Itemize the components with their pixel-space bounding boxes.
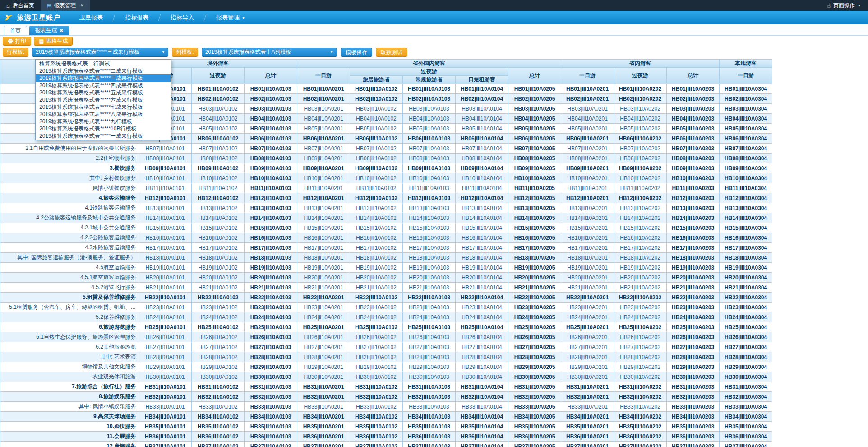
table-cell: HB31|Ⅲ10A0203: [667, 382, 720, 392]
fetch-test-button[interactable]: 取数测试: [376, 48, 407, 57]
table-cell: HB29|Ⅲ10A0304: [720, 362, 772, 372]
table-cell: HB29|Ⅱ10A0102: [192, 362, 245, 372]
dropdown-option[interactable]: 2019核算系统报表格式表*****三成果行模板: [36, 74, 171, 82]
template-save-button[interactable]: 模板保存: [341, 48, 372, 57]
table-cell: HB01|Ⅲ10A0103: [403, 84, 456, 94]
tab-home[interactable]: 首页: [4, 26, 27, 35]
table-cell: HB22|Ⅱ10A0101: [139, 293, 192, 303]
dropdown-option[interactable]: 2019核算系统报表格式表*****10B行模板: [36, 125, 171, 132]
table-cell: HB04|Ⅲ10A0202: [614, 114, 667, 124]
table-cell: HB03|Ⅱ10A0103: [245, 104, 297, 114]
table-cell: HB26|Ⅱ10A0101: [139, 332, 192, 342]
menu-item-satellite-reports[interactable]: 卫星报表: [69, 11, 114, 24]
table-cell: HB05|Ⅱ10A0103: [245, 124, 297, 134]
table-cell: HB12|Ⅲ10A0203: [667, 193, 720, 203]
app-window: ⌂ 后台首页 ▤ 报表管理 × ☝ 页面操作 ▼ 旅游卫星账户 卫星报表指标报表…: [0, 0, 868, 447]
table-cell: HB10|Ⅲ10A0102: [350, 173, 403, 183]
table-cell: HB18|Ⅲ10A0202: [614, 253, 667, 263]
col-template-value: 2019核算系统报表格式表十A列模板: [205, 48, 291, 56]
table-cell: HB09|Ⅲ10A0201: [561, 163, 614, 173]
menu-item-indicator-reports[interactable]: 指标报表: [114, 11, 159, 24]
column-header: 总计: [245, 68, 297, 84]
table-cell: HB24|Ⅲ10A0102: [350, 312, 403, 322]
backend-home-label: 后台首页: [13, 2, 34, 9]
table-cell: HB22|Ⅲ10A0203: [667, 293, 720, 303]
table-cell: HB32|Ⅲ10A0103: [403, 392, 456, 402]
table-cell: HB02|Ⅲ10A0104: [456, 94, 508, 104]
table-cell: HB15|Ⅲ10A0202: [614, 223, 667, 233]
fetch-test-label: 取数测试: [381, 50, 402, 55]
dropdown-option[interactable]: 核算系统报表格式表—行测试: [36, 60, 171, 67]
row-label: 4.旅客运输服务: [0, 193, 139, 203]
table-cell: HB15|Ⅱ10A0205: [508, 223, 561, 233]
table-cell: HB20|Ⅲ10A0304: [720, 273, 772, 283]
table-cell: HB08|Ⅲ10A0201: [561, 154, 614, 163]
table-cell: HB29|Ⅲ10A0202: [614, 362, 667, 372]
tab-report-management[interactable]: ▤ 报表管理 ×: [41, 0, 90, 11]
table-cell: HB07|Ⅲ10A0104: [456, 144, 508, 154]
table-cell: HB32|Ⅲ10A0104: [456, 392, 508, 402]
table-cell: HB36|Ⅱ10A0205: [508, 432, 561, 442]
table-cell: HB09|Ⅱ10A0201: [297, 163, 350, 173]
table-cell: HB04|Ⅲ10A0103: [403, 114, 456, 124]
dropdown-option[interactable]: 2019核算系统报表格式表*****七成果行模板: [36, 103, 171, 111]
table-row: 3.餐饮服务HB09|Ⅱ10A0101HB09|Ⅱ10A0102HB09|Ⅱ10…: [0, 163, 772, 173]
col-template-select[interactable]: 2019核算系统报表格式表十A列模板 ▼: [202, 48, 337, 57]
close-icon[interactable]: ×: [80, 2, 83, 9]
dropdown-option[interactable]: 2019核算系统报表格式表*****九行模板: [36, 118, 171, 125]
dropdown-option[interactable]: 2019核算系统报表格式表*****二成果行模板: [36, 67, 171, 74]
table-cell: HB10|Ⅱ10A0103: [245, 173, 297, 183]
dropdown-option[interactable]: 2019核算系统报表格式表*****四成果行模板: [36, 82, 171, 89]
table-cell: HB28|Ⅲ10A0304: [720, 352, 772, 362]
report-table-area: 项目名称单位: 万元境外游客省外国内游客省内游客本地游客一日游过夜游总计一日游过…: [0, 59, 868, 447]
table-cell: HB31|Ⅲ10A0304: [720, 382, 772, 392]
table-cell: HB25|Ⅲ10A0103: [403, 322, 456, 332]
menu-item-indicator-import[interactable]: 指标导入: [160, 11, 205, 24]
table-cell: HB05|Ⅱ10A0205: [508, 124, 561, 134]
tab-report-generate[interactable]: 报表生成 ✖: [29, 26, 69, 35]
table-cell: HB19|Ⅱ10A0102: [192, 263, 245, 273]
table-cell: HB13|Ⅲ10A0103: [403, 203, 456, 213]
table-cell: HB21|Ⅱ10A0103: [245, 283, 297, 293]
table-cell: HB17|Ⅱ10A0101: [139, 243, 192, 253]
row-template-select[interactable]: 2019核算系统报表格式表*****三成果行模板 ▼: [32, 48, 168, 57]
print-button[interactable]: 打印: [3, 37, 31, 46]
table-cell: HB08|Ⅲ10A0202: [614, 154, 667, 163]
table-cell: HB24|Ⅲ10A0103: [403, 312, 456, 322]
row-label: 农业观光休闲旅游: [0, 372, 139, 382]
dropdown-option[interactable]: 2019核算系统报表格式表*****六成果行模板: [36, 96, 171, 103]
table-cell: HB18|Ⅲ10A0102: [350, 253, 403, 263]
dropdown-option[interactable]: 2019核算系统报表格式表*****一成果行模板: [36, 132, 171, 140]
table-cell: HB07|Ⅱ10A0201: [297, 144, 350, 154]
dropdown-option[interactable]: 2019核算系统报表格式表*****五成果行模板: [36, 89, 171, 96]
caret-down-icon: ▼: [858, 4, 861, 7]
table-cell: HB16|Ⅲ10A0203: [667, 233, 720, 243]
table-generate-button[interactable]: ▦ 表格生成: [34, 37, 73, 46]
row-label: 10.婚庆服务: [0, 422, 139, 432]
table-cell: HB10|Ⅱ10A0201: [297, 173, 350, 183]
column-subheader: 旅居旅游者: [350, 76, 403, 84]
table-row: 其中: 艺术表演HB28|Ⅱ10A0101HB28|Ⅱ10A0102HB28|Ⅱ…: [0, 352, 772, 362]
table-cell: HB20|Ⅲ10A0104: [456, 273, 508, 283]
table-cell: HB11|Ⅲ10A0103: [403, 183, 456, 193]
table-cell: HB05|Ⅲ10A0304: [720, 124, 772, 134]
table-cell: HB27|Ⅲ10A0102: [350, 342, 403, 352]
table-cell: HB03|Ⅲ10A0102: [350, 104, 403, 114]
table-cell: HB26|Ⅲ10A0304: [720, 332, 772, 342]
table-row: 4.5航空运输服务HB19|Ⅱ10A0101HB19|Ⅱ10A0102HB19|…: [0, 263, 772, 273]
table-cell: HB13|Ⅱ10A0205: [508, 203, 561, 213]
menu-item-report-management[interactable]: 报表管理▼: [205, 11, 256, 24]
table-cell: HB31|Ⅲ10A0102: [350, 382, 403, 392]
column-header: 一日游: [720, 68, 772, 84]
tab-close-icon[interactable]: ✖: [60, 28, 63, 33]
tab-backend-home[interactable]: ⌂ 后台首页: [0, 0, 41, 11]
dropdown-option[interactable]: 2019核算系统报表格式表*****八成果行模板: [36, 111, 171, 118]
row-label: 11.会展服务: [0, 432, 139, 442]
table-cell: HB13|Ⅱ10A0201: [297, 203, 350, 213]
table-cell: HB09|Ⅲ10A0304: [720, 163, 772, 173]
table-cell: HB05|Ⅲ10A0203: [667, 124, 720, 134]
page-operations-button[interactable]: ☝ 页面操作 ▼: [820, 0, 868, 11]
table-cell: HB17|Ⅲ10A0102: [350, 243, 403, 253]
table-cell: HB35|Ⅲ10A0201: [561, 422, 614, 432]
column-header: 过夜游: [192, 68, 245, 84]
